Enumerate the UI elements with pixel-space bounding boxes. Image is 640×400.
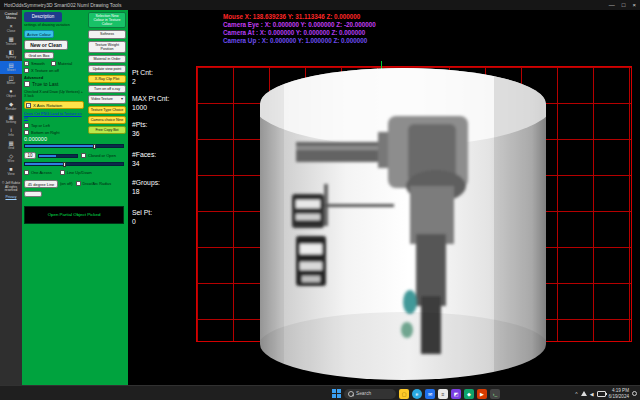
active-colour-button[interactable]: Active Colour xyxy=(24,30,54,38)
taskbar-center: Search ▢ e ✉ ≡ ◩ ◆ ▶ ›_ xyxy=(332,386,500,400)
true-to-last-checkbox[interactable] xyxy=(24,81,30,87)
video-texture-select[interactable]: Video Texture ▾ xyxy=(88,95,126,104)
45-degree-line-button[interactable]: 45 degree Line xyxy=(24,180,58,188)
notepad-app-icon[interactable]: ≡ xyxy=(438,389,448,399)
sidebar-item-symmetry[interactable]: ◧ Symtry xyxy=(0,48,22,61)
slider-thumb[interactable] xyxy=(93,144,96,149)
closed-or-open-checkbox[interactable] xyxy=(81,153,86,158)
search-icon xyxy=(348,391,354,397)
new-or-clean-button[interactable]: New or Clean xyxy=(24,40,68,50)
store-app-icon[interactable]: ◆ xyxy=(464,389,474,399)
volume-icon[interactable]: ◀ xyxy=(590,391,594,397)
sidebar-item-view[interactable]: ■ View xyxy=(0,165,22,178)
panel-note: Checked X and Draw (Up Vertices) + X loc… xyxy=(24,90,84,98)
viewport-3d[interactable]: Mouse X: 138.639236 Y: 31.113346 Z: 0.00… xyxy=(128,10,640,385)
description-header: Description xyxy=(24,12,62,22)
slider-secondary[interactable] xyxy=(38,154,78,158)
stat-pt-cnt: Pt Cnt:2 xyxy=(132,68,153,86)
texture-weight-button[interactable]: Texture Weight Position xyxy=(88,41,126,53)
material-in-order-button[interactable]: Material in Order xyxy=(88,55,126,63)
edge-browser-icon[interactable]: e xyxy=(412,389,422,399)
one-across-checkbox[interactable] xyxy=(24,170,29,175)
smooth-checkbox[interactable] xyxy=(24,61,29,66)
sidebar-item-texture[interactable]: ▦ Texture xyxy=(0,35,22,48)
top-or-left-checkbox[interactable] xyxy=(24,123,29,128)
x-axis-rotation-checkbox[interactable] xyxy=(26,103,31,108)
sidebar-item-wire[interactable]: ◇ Wire xyxy=(0,152,22,165)
update-viewpoint-button[interactable]: Update view point xyxy=(88,65,126,73)
start-button[interactable] xyxy=(332,389,341,398)
texture-type-choice-button[interactable]: Texture Type Choice xyxy=(88,106,126,114)
camera-up-readout: Camera Up : X: 0.000000 Y: 1.000000 Z: 0… xyxy=(223,37,376,45)
wifi-icon[interactable] xyxy=(581,391,587,396)
bottom-on-right-checkbox[interactable] xyxy=(24,130,29,135)
taskbar-clock[interactable]: 4:19 PM 6/19/2024 xyxy=(609,388,629,399)
x-texture-checkbox[interactable] xyxy=(24,68,29,73)
png-load-link[interactable]: Draw Cnt PNG Load to Texture on off xyxy=(24,112,86,121)
slider-primary[interactable] xyxy=(24,144,124,148)
notification-bell-icon[interactable] xyxy=(632,391,637,396)
sidebar-item-render[interactable]: ◆ Render xyxy=(0,100,22,113)
xray-clip-plot-button[interactable]: X-Ray Clip Plot xyxy=(88,75,126,83)
stat-sel-pt: Sel Pt:0 xyxy=(132,208,152,226)
chevron-down-icon: ▾ xyxy=(121,97,123,102)
value-readout: 0.000000 xyxy=(24,136,47,142)
x-axis-rotation-row[interactable]: X Axis Rotation xyxy=(24,101,84,109)
taskbar: Search ▢ e ✉ ≡ ◩ ◆ ▶ ›_ ^ ◀ 4:19 PM 6/19… xyxy=(0,385,640,400)
camera-choice-button[interactable]: Camera choice Nine xyxy=(88,116,126,124)
sidebar-item-grid[interactable]: ▦ Grid xyxy=(0,139,22,152)
sidebar-header: Control Menu xyxy=(0,10,22,22)
grid-on-box-button[interactable]: Grid on Box xyxy=(24,52,54,59)
mail-app-icon[interactable]: ✉ xyxy=(425,389,435,399)
battery-icon[interactable] xyxy=(597,391,606,397)
panel-subtitle: settings of drawing variation xyxy=(24,23,86,27)
titlebar: HotOddsSymmetry3D Smart002 Numl Drawing … xyxy=(0,0,640,10)
stat-num-faces: #Faces:34 xyxy=(132,150,156,168)
copyright-text: © Jeff Kubitz All rights reserved xyxy=(0,182,22,194)
sidebar-item-object[interactable]: ● Object xyxy=(0,87,22,100)
draw-arc-radius-checkbox[interactable] xyxy=(76,181,81,186)
camera-eye-readout: Camera Eye : X: 0.000000 Y: 0.000000 Z: … xyxy=(223,21,376,29)
photos-app-icon[interactable]: ◩ xyxy=(451,389,461,399)
material-checkbox[interactable] xyxy=(51,61,56,66)
sidebar-item-mirror[interactable]: ◫ Mirror xyxy=(0,74,22,87)
line-updown-checkbox[interactable] xyxy=(60,170,65,175)
tray-expand-chevron-icon[interactable]: ^ xyxy=(575,391,577,397)
window-controls: — □ × xyxy=(609,0,636,10)
privacy-link[interactable]: Privacy xyxy=(5,195,16,199)
slider-thumb[interactable] xyxy=(63,162,66,167)
sidebar-item-close[interactable]: × Close xyxy=(0,22,22,35)
close-button[interactable]: × xyxy=(632,0,636,10)
control-panel: Description settings of drawing variatio… xyxy=(22,10,128,385)
advanced-label: Advanced xyxy=(24,75,43,80)
softness-button[interactable]: Softness xyxy=(88,30,126,38)
selection-new-colour-button[interactable]: Selection New Colour in Texture Colour xyxy=(88,12,126,28)
terminal-app-icon[interactable]: ›_ xyxy=(490,389,500,399)
stat-num-pts: #Pts:36 xyxy=(132,120,148,138)
camera-at-readout: Camera At : X: 0.000000 Y: 0.000000 Z: 0… xyxy=(223,29,376,37)
application-window: HotOddsSymmetry3D Smart002 Numl Drawing … xyxy=(0,0,640,400)
toggle-xray-button[interactable]: Turn on off x-ray xyxy=(88,85,126,93)
maximize-button[interactable]: □ xyxy=(622,0,626,10)
media-app-icon[interactable]: ▶ xyxy=(477,389,487,399)
taskbar-search[interactable]: Search xyxy=(344,389,396,399)
free-copy-bot-button[interactable]: Free Copy Bot xyxy=(88,126,126,134)
sidebar-item-sheet[interactable]: ▤ Sheet xyxy=(0,61,22,74)
minimize-button[interactable]: — xyxy=(609,0,615,10)
window-title: HotOddsSymmetry3D Smart002 Numl Drawing … xyxy=(4,2,121,8)
sidebar-item-settings[interactable]: ▣ Setting xyxy=(0,113,22,126)
spin-value-field[interactable]: 10 xyxy=(24,152,36,159)
file-explorer-icon[interactable]: ▢ xyxy=(399,389,409,399)
coordinate-readout: Mouse X: 138.639236 Y: 31.113346 Z: 0.00… xyxy=(223,13,376,45)
sidebar-item-info[interactable]: i Info xyxy=(0,126,22,139)
mouse-readout: Mouse X: 138.639236 Y: 31.113346 Z: 0.00… xyxy=(223,13,376,21)
textured-cylinder-render xyxy=(258,64,548,382)
panel-button-stack: Selection New Colour in Texture Colour S… xyxy=(88,12,126,134)
tool-sidebar: Control Menu × Close ▦ Texture ◧ Symtry … xyxy=(0,10,22,385)
numeric-input[interactable] xyxy=(24,191,42,197)
slider-tertiary[interactable] xyxy=(24,162,124,166)
picked-object-status: Open Partial Object Picked xyxy=(24,206,124,224)
stat-num-groups: #Groups:18 xyxy=(132,178,160,196)
system-tray: ^ ◀ 4:19 PM 6/19/2024 xyxy=(575,386,637,400)
stat-max-pt-cnt: MAX Pt Cnt:1000 xyxy=(132,94,169,112)
